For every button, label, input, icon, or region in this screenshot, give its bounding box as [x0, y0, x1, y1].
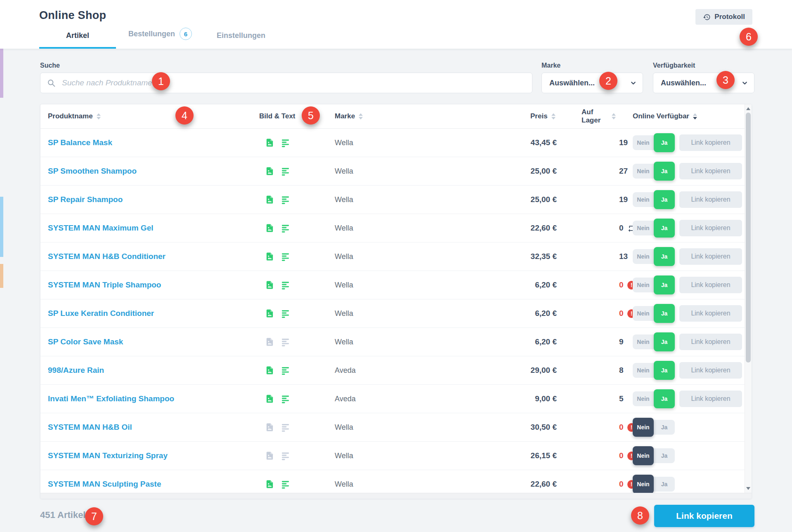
horizontal-scrollbar[interactable] [40, 493, 752, 499]
tab-bar: Artikel Bestellungen 6 Einstellungen [39, 28, 278, 49]
toggle-nein-option[interactable]: Nein [633, 475, 654, 494]
product-name-link[interactable]: SP Balance Mask [48, 138, 112, 147]
protokoll-label: Protokoll [714, 13, 745, 21]
text-lines-icon [281, 337, 290, 347]
toggle-nein-option[interactable]: Nein [633, 446, 654, 465]
scroll-up-arrow-icon[interactable] [746, 107, 750, 110]
tab-artikel[interactable]: Artikel [39, 31, 116, 49]
toggle-ja-option[interactable]: Ja [654, 247, 675, 266]
sort-icon[interactable] [359, 113, 363, 119]
row-link-kopieren-button[interactable]: Link kopieren [679, 305, 742, 322]
column-header-auf-lager[interactable]: Auf Lager [582, 108, 616, 125]
online-verfuegbar-toggle[interactable]: Nein Ja [633, 334, 675, 349]
online-verfuegbar-toggle[interactable]: Nein Ja [633, 363, 675, 378]
product-name-link[interactable]: Invati Men™ Exfoliating Shampoo [48, 394, 174, 403]
toggle-nein-option[interactable]: Nein [633, 249, 654, 264]
toggle-nein-option[interactable]: Nein [633, 334, 654, 349]
row-link-kopieren-button[interactable]: Link kopieren [679, 362, 742, 379]
toggle-nein-option[interactable]: Nein [633, 135, 654, 150]
price-cell: 6,20 € [495, 280, 557, 290]
online-verfuegbar-toggle[interactable]: Nein Ja [633, 135, 675, 150]
product-name-link[interactable]: SYSTEM MAN Triple Shampoo [48, 280, 161, 290]
online-verfuegbar-toggle[interactable]: Nein Ja [633, 448, 675, 463]
toggle-ja-option[interactable]: Ja [654, 361, 675, 380]
tab-artikel-label: Artikel [66, 31, 89, 40]
row-link-kopieren-button[interactable]: Link kopieren [679, 248, 742, 265]
toggle-ja-option[interactable]: Ja [654, 448, 675, 463]
toggle-nein-option[interactable]: Nein [633, 418, 654, 437]
online-verfuegbar-toggle[interactable]: Nein Ja [633, 391, 675, 406]
toggle-nein-option[interactable]: Nein [633, 221, 654, 235]
product-name-link[interactable]: SYSTEM MAN H&B Conditioner [48, 252, 165, 261]
vertical-scrollbar[interactable] [745, 104, 752, 493]
price-cell: 6,20 € [495, 337, 557, 346]
brand-cell: Wella [335, 452, 353, 460]
media-status-icons [265, 138, 290, 148]
column-header-marke[interactable]: Marke [335, 112, 363, 120]
sort-icon-descending[interactable] [693, 113, 697, 119]
product-name-link[interactable]: SP Smoothen Shampoo [48, 167, 137, 176]
price-cell: 22,60 € [495, 224, 557, 233]
toggle-ja-option[interactable]: Ja [654, 304, 675, 323]
chevron-down-icon [741, 80, 748, 87]
sort-icon[interactable] [612, 113, 616, 120]
toggle-ja-option[interactable]: Ja [654, 133, 675, 152]
product-name-link[interactable]: SYSTEM MAN Sculpting Paste [48, 480, 161, 489]
toggle-nein-option[interactable]: Nein [633, 192, 654, 207]
media-status-icons [265, 451, 290, 461]
product-table: Produktname Bild & Text Marke Preis Auf … [40, 104, 752, 499]
toggle-nein-option[interactable]: Nein [633, 363, 654, 378]
toggle-ja-option[interactable]: Ja [654, 219, 675, 238]
column-header-preis[interactable]: Preis [530, 112, 556, 120]
toggle-ja-option[interactable]: Ja [654, 389, 675, 408]
toggle-nein-option[interactable]: Nein [633, 278, 654, 292]
scroll-down-arrow-icon[interactable] [746, 487, 750, 490]
row-link-kopieren-button[interactable]: Link kopieren [679, 191, 742, 208]
verfuegbarkeit-selected-value: Auswählen... [661, 79, 706, 87]
product-name-link[interactable]: 998/Azure Rain [48, 366, 104, 375]
product-name-link[interactable]: SYSTEM MAN H&B Oil [48, 423, 132, 432]
column-header-produktname[interactable]: Produktname [48, 112, 101, 120]
product-name-link[interactable]: SP Color Save Mask [48, 337, 123, 346]
column-header-online-verfuegbar[interactable]: Online Verfügbar [633, 112, 697, 120]
online-verfuegbar-toggle[interactable]: Nein Ja [633, 164, 675, 179]
toggle-nein-option[interactable]: Nein [633, 306, 654, 321]
protokoll-button[interactable]: Protokoll [695, 9, 752, 25]
row-link-kopieren-button[interactable]: Link kopieren [679, 391, 742, 407]
toggle-ja-option[interactable]: Ja [654, 275, 675, 294]
online-verfuegbar-toggle[interactable]: Nein Ja [633, 477, 675, 492]
search-input[interactable] [61, 78, 525, 88]
product-name-link[interactable]: SP Repair Shampoo [48, 195, 123, 204]
product-name-link[interactable]: SYSTEM MAN Maximum Gel [48, 224, 154, 233]
online-verfuegbar-toggle[interactable]: Nein Ja [633, 306, 675, 321]
row-link-kopieren-button[interactable]: Link kopieren [679, 163, 742, 179]
online-verfuegbar-toggle[interactable]: Nein Ja [633, 420, 675, 435]
toggle-nein-option[interactable]: Nein [633, 391, 654, 406]
tab-bestellungen[interactable]: Bestellungen 6 [116, 28, 204, 49]
toggle-ja-option[interactable]: Ja [654, 477, 675, 492]
row-link-kopieren-button[interactable]: Link kopieren [679, 220, 742, 236]
page-title: Online Shop [39, 9, 106, 22]
online-verfuegbar-toggle[interactable]: Nein Ja [633, 192, 675, 207]
row-link-kopieren-button[interactable]: Link kopieren [679, 134, 742, 151]
marke-dropdown[interactable]: Auswählen... [541, 73, 643, 93]
sort-icon[interactable] [97, 113, 101, 119]
row-link-kopieren-button[interactable]: Link kopieren [679, 277, 742, 293]
online-verfuegbar-toggle[interactable]: Nein Ja [633, 221, 675, 235]
toggle-ja-option[interactable]: Ja [654, 162, 675, 181]
toggle-ja-option[interactable]: Ja [654, 420, 675, 435]
verfuegbarkeit-dropdown[interactable]: Auswählen... [653, 73, 754, 93]
link-kopieren-button[interactable]: Link kopieren [654, 505, 754, 527]
product-name-link[interactable]: SP Luxe Keratin Conditioner [48, 309, 154, 318]
tab-einstellungen[interactable]: Einstellungen [204, 31, 278, 49]
table-row: SP Smoothen Shampoo Wella 25,00 € 27 Nei… [40, 157, 752, 186]
sort-icon[interactable] [551, 113, 556, 119]
online-verfuegbar-toggle[interactable]: Nein Ja [633, 249, 675, 264]
toggle-ja-option[interactable]: Ja [654, 332, 675, 351]
toggle-nein-option[interactable]: Nein [633, 164, 654, 179]
row-link-kopieren-button[interactable]: Link kopieren [679, 334, 742, 350]
product-name-link[interactable]: SYSTEM MAN Texturizing Spray [48, 451, 168, 460]
toggle-ja-option[interactable]: Ja [654, 190, 675, 209]
scrollbar-thumb[interactable] [746, 113, 751, 363]
online-verfuegbar-toggle[interactable]: Nein Ja [633, 278, 675, 292]
